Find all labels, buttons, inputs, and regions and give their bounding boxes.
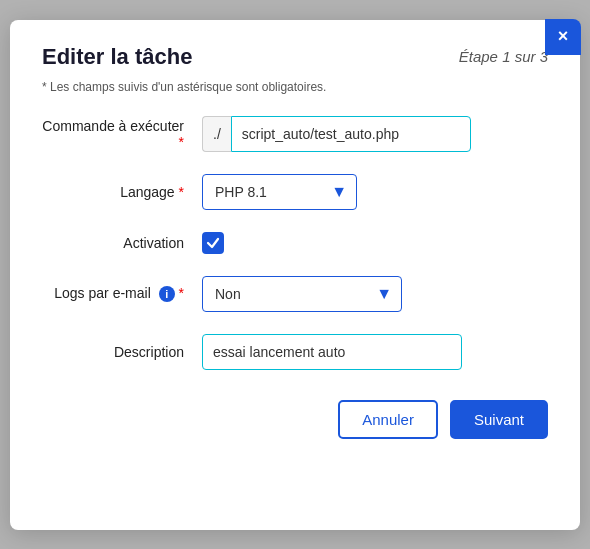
description-label: Description <box>42 344 202 360</box>
description-control <box>202 334 548 370</box>
logs-label: Logs par e-mail i * <box>42 285 202 302</box>
modal-overlay: × Editer la tâche Étape 1 sur 3 * Les ch… <box>0 0 590 549</box>
command-label: Commande à exécuter * <box>42 118 202 150</box>
language-select-wrapper: PHP 8.1 PHP 7.4 PHP 8.0 Python ▼ <box>202 174 357 210</box>
language-label: Langage * <box>42 184 202 200</box>
command-control: ./ <box>202 116 548 152</box>
next-button[interactable]: Suivant <box>450 400 548 439</box>
logs-control: Non Oui ▼ <box>202 276 548 312</box>
description-row: Description <box>42 334 548 370</box>
activation-label: Activation <box>42 235 202 251</box>
modal-dialog: × Editer la tâche Étape 1 sur 3 * Les ch… <box>10 20 580 530</box>
logs-select-wrapper: Non Oui ▼ <box>202 276 402 312</box>
cancel-button[interactable]: Annuler <box>338 400 438 439</box>
activation-row: Activation <box>42 232 548 254</box>
activation-control <box>202 232 548 254</box>
modal-header: Editer la tâche Étape 1 sur 3 <box>42 44 548 70</box>
command-input[interactable] <box>231 116 471 152</box>
command-row: Commande à exécuter * ./ <box>42 116 548 152</box>
close-button[interactable]: × <box>545 19 581 55</box>
modal-footer: Annuler Suivant <box>42 400 548 439</box>
activation-checkbox[interactable] <box>202 232 224 254</box>
logs-row: Logs par e-mail i * Non Oui ▼ <box>42 276 548 312</box>
logs-select[interactable]: Non Oui <box>202 276 402 312</box>
modal-title: Editer la tâche <box>42 44 192 70</box>
language-control: PHP 8.1 PHP 7.4 PHP 8.0 Python ▼ <box>202 174 548 210</box>
description-input[interactable] <box>202 334 462 370</box>
required-note: * Les champs suivis d'un astérisque sont… <box>42 80 548 94</box>
command-prefix: ./ <box>202 116 231 152</box>
language-row: Langage * PHP 8.1 PHP 7.4 PHP 8.0 Python… <box>42 174 548 210</box>
checkmark-icon <box>206 236 220 250</box>
info-icon: i <box>159 286 175 302</box>
modal-step: Étape 1 sur 3 <box>459 48 548 65</box>
language-select[interactable]: PHP 8.1 PHP 7.4 PHP 8.0 Python <box>202 174 357 210</box>
